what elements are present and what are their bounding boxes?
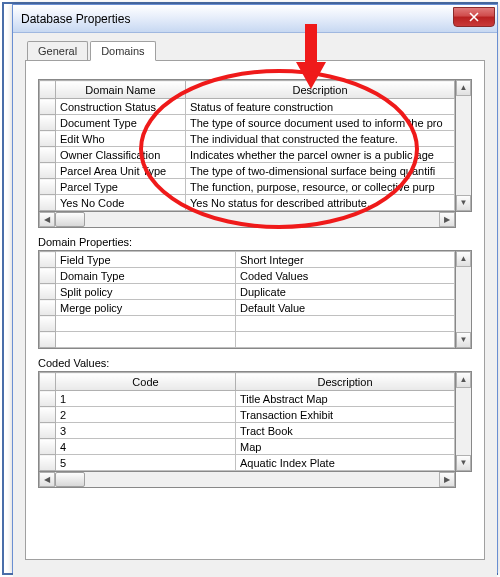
scroll-left-icon[interactable]: ◀	[39, 472, 55, 487]
coded-values-label: Coded Values:	[38, 357, 472, 369]
row-header-corner	[40, 81, 56, 99]
row-header-corner	[40, 373, 56, 391]
table-row[interactable]: 5Aquatic Index Plate	[40, 455, 455, 471]
tab-domains[interactable]: Domains	[90, 41, 155, 61]
domain-properties-label: Domain Properties:	[38, 236, 472, 248]
scroll-left-icon[interactable]: ◀	[39, 212, 55, 227]
window-title: Database Properties	[21, 12, 130, 26]
horizontal-scrollbar[interactable]: ◀ ▶	[38, 472, 456, 488]
table-row[interactable]	[40, 332, 455, 348]
horizontal-scrollbar[interactable]: ◀ ▶	[38, 212, 456, 228]
vertical-scrollbar[interactable]: ▲ ▼	[456, 371, 472, 472]
table-row[interactable]: 4Map	[40, 439, 455, 455]
table-row[interactable]: Field TypeShort Integer	[40, 252, 455, 268]
col-description[interactable]: Description	[186, 81, 455, 99]
close-button[interactable]	[453, 7, 495, 27]
scroll-right-icon[interactable]: ▶	[439, 472, 455, 487]
domains-grid-wrap: Domain Name Description Construction Sta…	[38, 79, 472, 212]
domain-properties-grid[interactable]: Field TypeShort Integer Domain TypeCoded…	[38, 250, 456, 349]
table-row[interactable]: 3Tract Book	[40, 423, 455, 439]
table-row[interactable]: Split policyDuplicate	[40, 284, 455, 300]
dialog-window: Database Properties General Domains	[12, 4, 498, 573]
vertical-scrollbar[interactable]: ▲ ▼	[456, 79, 472, 212]
table-row[interactable]: Document TypeThe type of source document…	[40, 115, 455, 131]
col-cv-description[interactable]: Description	[236, 373, 455, 391]
scroll-up-icon[interactable]: ▲	[456, 372, 471, 388]
table-row[interactable]	[40, 316, 455, 332]
titlebar: Database Properties	[13, 5, 497, 33]
scroll-down-icon[interactable]: ▼	[456, 455, 471, 471]
domain-properties-grid-wrap: Field TypeShort Integer Domain TypeCoded…	[38, 250, 472, 349]
scroll-down-icon[interactable]: ▼	[456, 332, 471, 348]
table-row[interactable]: Merge policyDefault Value	[40, 300, 455, 316]
scroll-down-icon[interactable]: ▼	[456, 195, 471, 211]
scroll-up-icon[interactable]: ▲	[456, 80, 471, 96]
col-domain-name[interactable]: Domain Name	[56, 81, 186, 99]
scroll-thumb[interactable]	[55, 212, 85, 227]
table-row[interactable]: Domain TypeCoded Values	[40, 268, 455, 284]
scroll-up-icon[interactable]: ▲	[456, 251, 471, 267]
tab-strip: General Domains	[27, 41, 485, 61]
tab-general[interactable]: General	[27, 41, 88, 61]
scroll-thumb[interactable]	[55, 472, 85, 487]
table-row[interactable]: Yes No CodeYes No status for described a…	[40, 195, 455, 211]
coded-values-grid[interactable]: Code Description 1Title Abstract Map 2Tr…	[38, 371, 456, 472]
coded-values-grid-wrap: Code Description 1Title Abstract Map 2Tr…	[38, 371, 472, 472]
scroll-right-icon[interactable]: ▶	[439, 212, 455, 227]
tab-panel: Domain Name Description Construction Sta…	[25, 60, 485, 560]
table-row[interactable]: Parcel TypeThe function, purpose, resour…	[40, 179, 455, 195]
vertical-scrollbar[interactable]: ▲ ▼	[456, 250, 472, 349]
col-code[interactable]: Code	[56, 373, 236, 391]
table-row[interactable]: Owner ClassificationIndicates whether th…	[40, 147, 455, 163]
table-row[interactable]: 2Transaction Exhibit	[40, 407, 455, 423]
close-icon	[469, 12, 479, 22]
domains-grid[interactable]: Domain Name Description Construction Sta…	[38, 79, 456, 212]
table-row[interactable]: Parcel Area Unit TypeThe type of two-dim…	[40, 163, 455, 179]
table-row[interactable]: Edit WhoThe individual that constructed …	[40, 131, 455, 147]
table-row[interactable]: Construction StatusStatus of feature con…	[40, 99, 455, 115]
table-row[interactable]: 1Title Abstract Map	[40, 391, 455, 407]
dialog-buttons: OK Cancel Apply	[13, 572, 497, 577]
